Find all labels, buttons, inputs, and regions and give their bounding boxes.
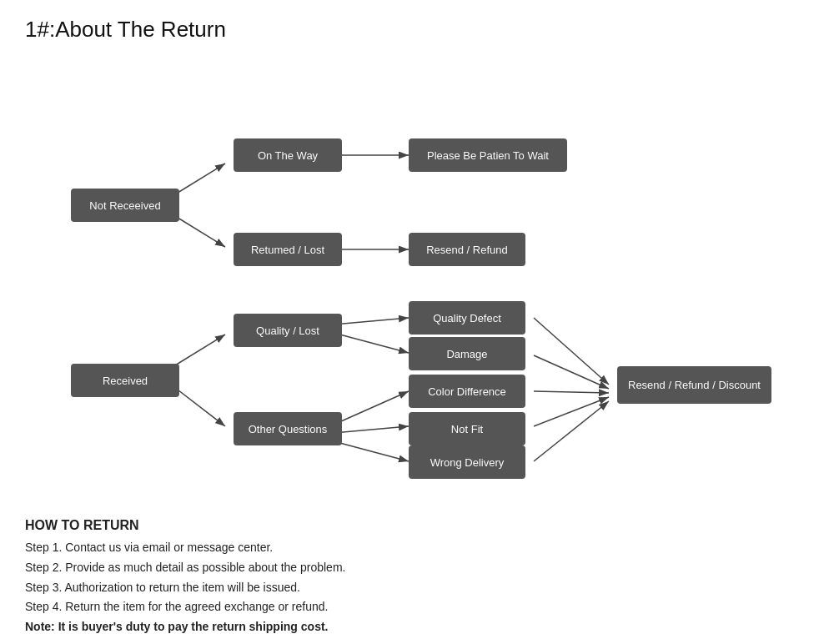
box-quality-defect: Quality Defect <box>409 301 525 335</box>
box-received: Received <box>71 364 179 397</box>
svg-line-5 <box>171 335 225 368</box>
box-quality-lost: Quality / Lost <box>234 314 342 347</box>
box-not-received: Not Receeived <box>71 189 179 222</box>
step-3: Step 3. Authorization to return the item… <box>25 578 809 598</box>
svg-line-9 <box>334 391 409 425</box>
box-resend-refund-discount: Resend / Refund / Discount <box>617 366 771 404</box>
box-returned-lost: Retumed / Lost <box>234 233 342 266</box>
step-1: Step 1. Contact us via email or message … <box>25 538 809 558</box>
step-4: Step 4. Return the item for the agreed e… <box>25 597 809 617</box>
how-to-return-heading: HOW TO RETURN <box>25 518 809 533</box>
svg-line-7 <box>334 318 409 325</box>
svg-line-8 <box>334 333 409 353</box>
box-resend-refund: Resend / Refund <box>409 233 525 266</box>
step-2: Step 2. Provide as much detail as possib… <box>25 558 809 578</box>
diagram: Not Receeived On The Way Retumed / Lost … <box>25 68 826 501</box>
box-damage: Damage <box>409 337 525 370</box>
how-to-return-section: HOW TO RETURN Step 1. Contact us via ema… <box>25 518 809 637</box>
box-not-fit: Not Fit <box>409 412 525 445</box>
box-other-questions: Other Questions <box>234 412 342 445</box>
svg-line-11 <box>334 441 409 461</box>
svg-line-10 <box>334 426 409 433</box>
box-wrong-delivery: Wrong Delivery <box>409 445 525 479</box>
page-title: 1#:About The Return <box>25 17 809 43</box>
svg-line-13 <box>534 355 609 389</box>
box-please-wait: Please Be Patien To Wait <box>409 138 567 172</box>
note: Note: It is buyer's duty to pay the retu… <box>25 617 809 637</box>
svg-line-16 <box>534 401 609 461</box>
svg-line-12 <box>534 318 609 385</box>
box-color-difference: Color Difference <box>409 375 525 408</box>
box-on-the-way: On The Way <box>234 138 342 172</box>
svg-line-15 <box>534 397 609 426</box>
svg-line-14 <box>534 391 609 393</box>
